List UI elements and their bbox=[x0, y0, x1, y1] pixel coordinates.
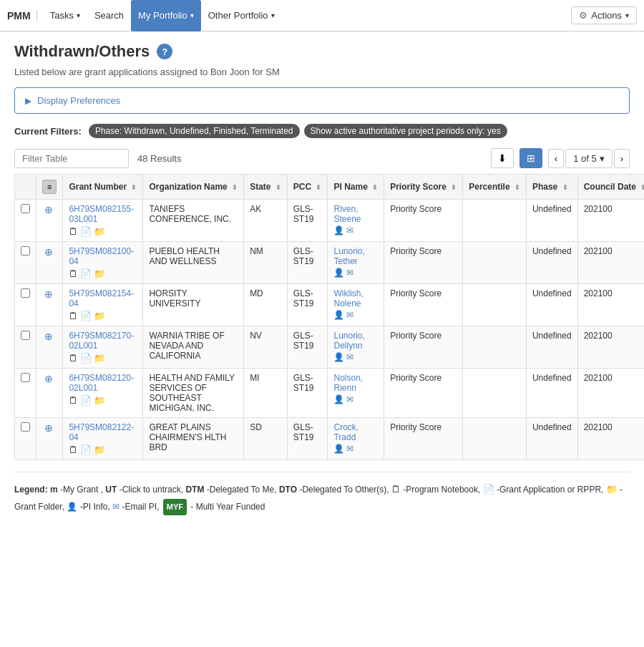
pi-person-icon-4[interactable]: 👤 bbox=[333, 394, 344, 404]
row-checkbox-5[interactable] bbox=[15, 418, 36, 460]
pdf-icon-2[interactable]: 📄 bbox=[80, 311, 92, 321]
pdf-icon-5[interactable]: 📄 bbox=[80, 444, 92, 455]
pi-icons-4: 👤 ✉ bbox=[333, 394, 378, 404]
pi-email-icon-5[interactable]: ✉ bbox=[346, 444, 353, 454]
checkbox-5[interactable] bbox=[21, 422, 30, 432]
th-grant-number[interactable]: Grant Number ⇕ bbox=[63, 175, 143, 200]
pi-name-link-1[interactable]: Lunorio, Tether bbox=[333, 246, 364, 266]
table-menu-button[interactable]: ≡ bbox=[42, 180, 57, 194]
row-checkbox-3[interactable] bbox=[15, 326, 36, 369]
th-priority-score[interactable]: Priority Score ⇕ bbox=[384, 175, 463, 200]
row-checkbox-0[interactable] bbox=[15, 200, 36, 242]
pi-name-link-2[interactable]: Wiklish, Nolene bbox=[333, 288, 363, 308]
pi-name-link-0[interactable]: Riven, Steene bbox=[333, 204, 361, 224]
grant-number-link-4[interactable]: 6H79SM082120-02L001 bbox=[69, 373, 134, 393]
th-state[interactable]: State ⇕ bbox=[244, 175, 288, 200]
legend-dtm-key: DTM bbox=[185, 485, 204, 495]
checkbox-3[interactable] bbox=[21, 331, 30, 340]
pi-email-icon-2[interactable]: ✉ bbox=[346, 310, 353, 320]
row-add-3[interactable]: ⊕ bbox=[36, 326, 63, 369]
checkbox-0[interactable] bbox=[21, 204, 30, 213]
th-org-name[interactable]: Organization Name ⇕ bbox=[143, 175, 244, 200]
filter-table-input[interactable] bbox=[14, 149, 129, 168]
folder-icon-2[interactable]: 📁 bbox=[94, 311, 105, 321]
next-page-button[interactable]: › bbox=[614, 149, 630, 168]
row-add-0[interactable]: ⊕ bbox=[36, 200, 63, 242]
row-add-5[interactable]: ⊕ bbox=[36, 418, 63, 460]
pdf-icon-0[interactable]: 📄 bbox=[80, 226, 92, 237]
display-prefs-toggle[interactable]: ▶ Display Preferences bbox=[14, 87, 630, 114]
pi-name-link-5[interactable]: Crock, Tradd bbox=[333, 422, 358, 442]
pi-email-icon-1[interactable]: ✉ bbox=[346, 268, 353, 278]
notebook-icon-4[interactable]: 🗒 bbox=[69, 395, 78, 406]
person-legend-icon: 👤 bbox=[67, 502, 77, 512]
pi-email-icon-0[interactable]: ✉ bbox=[346, 225, 353, 235]
pdf-icon-3[interactable]: 📄 bbox=[80, 353, 92, 364]
th-council-date[interactable]: Council Date ⇕ bbox=[577, 175, 644, 200]
sort-icon-priority: ⇕ bbox=[451, 184, 457, 191]
th-pcc[interactable]: PCC ⇕ bbox=[287, 175, 328, 200]
actions-button[interactable]: ⚙ Actions ▾ bbox=[571, 6, 637, 24]
pi-person-icon-5[interactable]: 👤 bbox=[333, 444, 344, 454]
checkbox-4[interactable] bbox=[21, 373, 30, 382]
grant-number-link-0[interactable]: 6H79SM082155-03L001 bbox=[69, 204, 134, 224]
pi-email-icon-3[interactable]: ✉ bbox=[346, 352, 353, 362]
th-percentile[interactable]: Percentile ⇕ bbox=[463, 175, 527, 200]
grant-number-link-1[interactable]: 5H79SM082100-04 bbox=[69, 246, 134, 266]
pi-person-icon-2[interactable]: 👤 bbox=[333, 310, 344, 320]
pi-person-icon-0[interactable]: 👤 bbox=[333, 225, 344, 235]
folder-icon-4[interactable]: 📁 bbox=[94, 395, 105, 406]
row-add-2[interactable]: ⊕ bbox=[36, 284, 63, 326]
legend-dto-label: -Delegated To Other(s), bbox=[299, 485, 391, 495]
folder-icon-5[interactable]: 📁 bbox=[94, 444, 105, 455]
nav-item-other-portfolio[interactable]: Other Portfolio ▾ bbox=[201, 0, 282, 31]
add-icon-4[interactable]: ⊕ bbox=[44, 373, 53, 384]
add-icon-1[interactable]: ⊕ bbox=[44, 246, 53, 258]
notebook-icon-3[interactable]: 🗒 bbox=[69, 353, 78, 364]
row-checkbox-4[interactable] bbox=[15, 369, 36, 418]
notebook-icon-0[interactable]: 🗒 bbox=[69, 226, 78, 237]
row-checkbox-2[interactable] bbox=[15, 284, 36, 326]
notebook-icon-1[interactable]: 🗒 bbox=[69, 268, 78, 279]
pdf-icon-4[interactable]: 📄 bbox=[80, 395, 92, 406]
pi-name-link-4[interactable]: Nolson, Rienn bbox=[333, 373, 363, 393]
notebook-icon-2[interactable]: 🗒 bbox=[69, 311, 78, 321]
table-row: ⊕ 5H79SM082122-04 🗒 📄 📁 GREAT PLAINS CHA… bbox=[15, 418, 645, 460]
add-icon-2[interactable]: ⊕ bbox=[44, 288, 53, 300]
grid-view-button[interactable]: ⊞ bbox=[519, 148, 542, 168]
nav-item-my-portfolio[interactable]: My Portfolio ▾ bbox=[131, 0, 201, 31]
pi-person-icon-1[interactable]: 👤 bbox=[333, 268, 344, 278]
row-add-4[interactable]: ⊕ bbox=[36, 369, 63, 418]
prev-page-button[interactable]: ‹ bbox=[548, 149, 564, 168]
th-phase[interactable]: Phase ⇕ bbox=[526, 175, 577, 200]
pdf-icon-1[interactable]: 📄 bbox=[80, 268, 92, 279]
row-council-3: 202100 bbox=[577, 326, 644, 369]
row-state-2: MD bbox=[244, 284, 288, 326]
download-button[interactable]: ⬇ bbox=[491, 148, 514, 168]
checkbox-1[interactable] bbox=[21, 246, 30, 256]
pi-person-icon-3[interactable]: 👤 bbox=[333, 352, 344, 362]
add-icon-0[interactable]: ⊕ bbox=[44, 204, 53, 215]
row-checkbox-1[interactable] bbox=[15, 242, 36, 284]
checkbox-2[interactable] bbox=[21, 288, 30, 298]
grant-number-link-5[interactable]: 5H79SM082122-04 bbox=[69, 422, 134, 442]
page-indicator[interactable]: 1 of 5 ▾ bbox=[565, 149, 613, 168]
th-pi-name[interactable]: PI Name ⇕ bbox=[328, 175, 384, 200]
help-icon[interactable]: ? bbox=[157, 44, 172, 59]
grant-number-link-2[interactable]: 5H79SM082154-04 bbox=[69, 288, 134, 308]
folder-icon-0[interactable]: 📁 bbox=[94, 226, 105, 237]
sort-icon-grant: ⇕ bbox=[131, 184, 137, 191]
row-priority-0: Priority Score bbox=[384, 200, 463, 242]
grant-number-link-3[interactable]: 6H79SM082170-02L001 bbox=[69, 331, 134, 351]
nav-item-tasks[interactable]: Tasks ▾ bbox=[43, 0, 87, 31]
folder-icon-3[interactable]: 📁 bbox=[94, 353, 105, 364]
th-menu: ≡ bbox=[36, 175, 63, 200]
pi-name-link-3[interactable]: Lunorio, Dellynn bbox=[333, 331, 364, 351]
add-icon-3[interactable]: ⊕ bbox=[44, 331, 53, 342]
row-add-1[interactable]: ⊕ bbox=[36, 242, 63, 284]
notebook-icon-5[interactable]: 🗒 bbox=[69, 444, 78, 455]
folder-icon-1[interactable]: 📁 bbox=[94, 268, 105, 279]
add-icon-5[interactable]: ⊕ bbox=[44, 422, 53, 434]
nav-item-search[interactable]: Search bbox=[87, 0, 131, 31]
pi-email-icon-4[interactable]: ✉ bbox=[346, 394, 353, 404]
